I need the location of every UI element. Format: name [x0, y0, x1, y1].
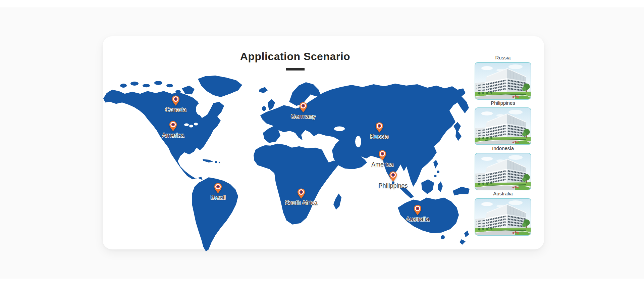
map-pin-label: Australia — [406, 216, 429, 223]
map-pin-philippines[interactable]: Philippines — [389, 171, 397, 182]
world-map — [103, 76, 472, 251]
location-pin-icon — [297, 188, 305, 199]
factory-photo — [475, 198, 531, 236]
world-map-svg — [103, 76, 472, 251]
map-pin-russia[interactable]: Russia — [375, 122, 383, 133]
map-pin-america-us[interactable]: America — [169, 121, 177, 132]
page-title: Application Scenario — [103, 50, 488, 63]
header-divider — [0, 2, 644, 2]
location-pin-icon — [375, 122, 383, 133]
map-pin-label: America — [162, 132, 184, 139]
scenario-card-indonesia[interactable]: Indonesia — [475, 145, 531, 190]
scenario-card-label: Australia — [475, 190, 531, 197]
map-pin-south-africa[interactable]: South Africa — [297, 188, 305, 199]
scenario-card-russia[interactable]: Russia — [475, 54, 531, 100]
location-pin-icon — [389, 171, 397, 182]
location-pin-icon — [378, 150, 386, 161]
map-pin-australia[interactable]: Australia — [414, 205, 422, 216]
scenario-sidebar: Russia Philippines Indonesia Australia — [475, 54, 531, 236]
map-pin-canada[interactable]: Canada — [172, 95, 180, 106]
location-pin-icon — [169, 121, 177, 132]
factory-photo — [475, 153, 531, 190]
factory-illustration — [475, 63, 531, 99]
scenario-card-label: Indonesia — [475, 145, 531, 152]
map-pin-label: Brazil — [210, 194, 225, 201]
map-pin-label: Germany — [291, 113, 316, 120]
map-pin-america-asia[interactable]: America — [378, 150, 386, 161]
map-pin-brazil[interactable]: Brazil — [214, 183, 222, 194]
scenario-card-label: Russia — [475, 54, 531, 61]
location-pin-icon — [414, 205, 422, 216]
map-pin-germany[interactable]: Germany — [299, 102, 307, 113]
map-pin-label: America — [371, 161, 393, 168]
location-pin-icon — [214, 183, 222, 194]
map-pin-label: South Africa — [285, 199, 317, 206]
scenario-card-label: Philippines — [475, 100, 531, 106]
scenario-card-australia[interactable]: Australia — [475, 190, 531, 236]
title-underline — [286, 68, 305, 70]
scenario-card-philippines[interactable]: Philippines — [475, 100, 531, 145]
map-pin-label: Philippines — [378, 182, 408, 189]
factory-photo — [475, 62, 531, 100]
factory-illustration — [475, 199, 531, 235]
factory-illustration — [475, 153, 531, 190]
map-pin-label: Russia — [370, 133, 388, 140]
factory-photo — [475, 107, 531, 145]
factory-illustration — [475, 108, 531, 144]
map-pin-label: Canada — [165, 106, 186, 113]
location-pin-icon — [172, 95, 180, 106]
location-pin-icon — [299, 102, 307, 113]
application-scenario-card: Application Scenario — [103, 36, 544, 249]
